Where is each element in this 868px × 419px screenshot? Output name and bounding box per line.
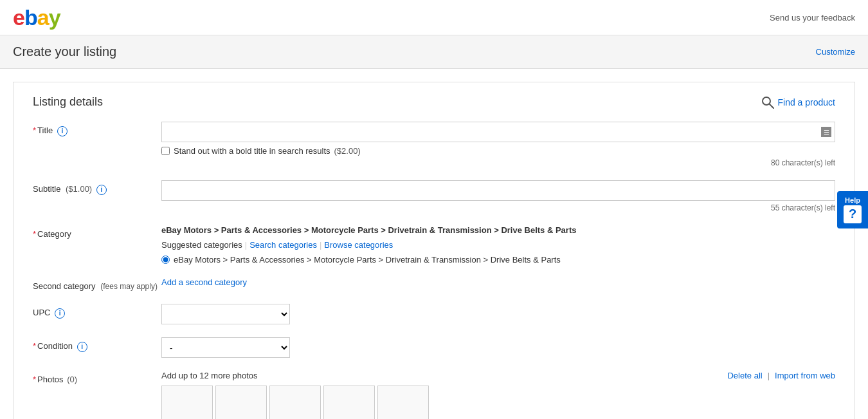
listing-details-title: Listing details	[33, 95, 103, 109]
subtitle-info-icon[interactable]: i	[96, 185, 107, 195]
photo-box-1	[161, 386, 213, 419]
svg-line-1	[770, 104, 773, 108]
logo-a: a	[37, 5, 49, 30]
title-label: *Title i	[33, 122, 161, 136]
logo-b: b	[24, 5, 37, 30]
second-cat-fees: (fees may apply)	[100, 282, 158, 291]
category-label: *Category	[33, 225, 161, 239]
radio-cat-row: eBay Motors > Parts & Accessories > Moto…	[161, 255, 835, 265]
help-label: Help	[845, 196, 860, 204]
upc-info-icon[interactable]: i	[55, 308, 65, 319]
delete-all-link[interactable]: Delete all	[727, 371, 762, 380]
add-second-category-link[interactable]: Add a second category	[161, 277, 247, 287]
subtitle-row: Subtitle ($1.00) i 55 character(s) left	[33, 180, 835, 212]
photos-count: (0)	[67, 375, 77, 384]
second-category-row: Second category (fees may apply) Add a s…	[33, 277, 835, 291]
search-icon	[761, 96, 774, 109]
subtitle-char-count: 55 character(s) left	[161, 203, 835, 212]
pipe-1: |	[245, 240, 247, 250]
find-product-link[interactable]: Find a product	[778, 97, 836, 107]
upc-content	[161, 304, 835, 324]
category-row: *Category eBay Motors > Parts & Accessor…	[33, 225, 835, 265]
subtitle-label-text: Subtitle	[33, 184, 60, 194]
bold-title-price: ($2.00)	[334, 146, 361, 156]
logo-e: e	[13, 5, 24, 30]
required-star-photos: *	[33, 375, 36, 384]
help-button[interactable]: Help ?	[837, 191, 868, 228]
photos-label: *Photos (0)	[33, 371, 161, 384]
second-category-content: Add a second category	[161, 277, 835, 287]
photos-row: *Photos (0) Add up to 12 more photos Del…	[33, 371, 835, 419]
ebay-logo: ebay	[13, 6, 60, 28]
photos-placeholder-row	[161, 386, 835, 419]
help-question-mark: ?	[844, 205, 862, 223]
condition-info-icon[interactable]: i	[77, 342, 87, 352]
condition-row: *Condition i -	[33, 337, 835, 358]
listing-details-header: Listing details Find a product	[33, 95, 835, 109]
title-row: *Title i ☰ Stand out with a bold title i…	[33, 122, 835, 167]
add-photos-text: Add up to 12 more photos	[161, 371, 258, 380]
required-star-cond: *	[33, 341, 36, 351]
photo-box-3	[269, 386, 321, 419]
photo-box-4	[323, 386, 375, 419]
photos-label-text: Photos	[37, 375, 63, 384]
suggested-label: Suggested categories	[161, 240, 242, 250]
photos-content: Add up to 12 more photos Delete all | Im…	[161, 371, 835, 419]
subtitle-label: Subtitle ($1.00) i	[33, 180, 161, 195]
browse-categories-link[interactable]: Browse categories	[324, 240, 393, 250]
subtitle-input[interactable]	[161, 180, 835, 201]
page-title: Create your listing	[13, 44, 116, 59]
category-path: eBay Motors > Parts & Accessories > Moto…	[161, 225, 835, 235]
title-input[interactable]	[161, 122, 835, 142]
customize-link[interactable]: Customize	[816, 47, 855, 57]
required-star: *	[33, 126, 36, 135]
listing-card: Listing details Find a product *Title i …	[13, 82, 855, 419]
import-web-link[interactable]: Import from web	[775, 371, 835, 380]
header: ebay Send us your feedback	[0, 0, 868, 35]
search-categories-link[interactable]: Search categories	[249, 240, 317, 250]
condition-content: -	[161, 337, 835, 358]
feedback-link[interactable]: Send us your feedback	[770, 13, 855, 23]
upc-row: UPC i	[33, 304, 835, 324]
sub-header: Create your listing Customize	[0, 35, 868, 69]
second-category-label: Second category (fees may apply)	[33, 277, 161, 291]
category-radio-path: eBay Motors > Parts & Accessories > Moto…	[174, 255, 561, 265]
pipe-2: |	[320, 240, 321, 250]
subtitle-price: ($1.00)	[66, 184, 92, 194]
main-content: Listing details Find a product *Title i …	[0, 69, 868, 419]
photo-box-2	[215, 386, 267, 419]
pipe-photos: |	[768, 371, 770, 380]
svg-point-0	[763, 97, 770, 105]
photos-actions: Delete all | Import from web	[727, 371, 835, 380]
upc-label: UPC i	[33, 304, 161, 319]
logo-y: y	[49, 5, 60, 30]
subtitle-content: 55 character(s) left	[161, 180, 835, 212]
condition-select[interactable]: -	[161, 337, 290, 358]
upc-select[interactable]	[161, 304, 290, 324]
category-content: eBay Motors > Parts & Accessories > Moto…	[161, 225, 835, 265]
bold-title-row: Stand out with a bold title in search re…	[161, 146, 835, 156]
title-input-wrapper: ☰	[161, 122, 835, 142]
title-info-icon[interactable]: i	[57, 126, 68, 136]
bold-title-label: Stand out with a bold title in search re…	[174, 146, 330, 156]
suggested-cats-row: Suggested categories | Search categories…	[161, 240, 835, 250]
required-star-cat: *	[33, 229, 36, 239]
condition-label: *Condition i	[33, 337, 161, 352]
title-content: ☰ Stand out with a bold title in search …	[161, 122, 835, 167]
find-product-area: Find a product	[761, 96, 836, 109]
photos-content-row: Add up to 12 more photos Delete all | Im…	[161, 371, 835, 380]
category-radio[interactable]	[161, 256, 170, 264]
title-char-count: 80 character(s) left	[161, 158, 835, 167]
bold-title-checkbox[interactable]	[161, 147, 170, 155]
title-counter-icon: ☰	[821, 127, 831, 137]
photo-box-5	[377, 386, 429, 419]
